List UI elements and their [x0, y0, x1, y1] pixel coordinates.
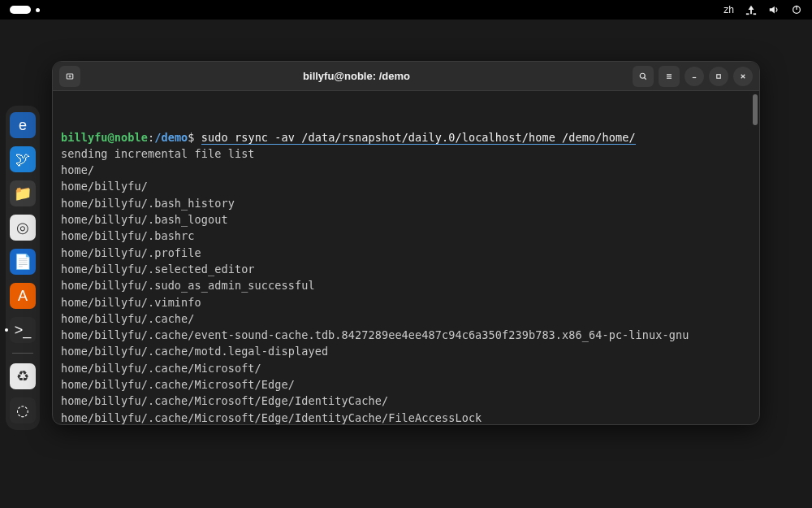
command-text: sudo rsync -av /data/rsnapshot/daily.0/l… — [201, 131, 636, 145]
output-line: home/billyfu/.cache/Microsoft/Edge/Ident… — [61, 393, 751, 409]
search-button[interactable] — [633, 66, 654, 87]
dock-icon-thunderbird[interactable]: 🕊 — [10, 146, 36, 172]
svg-point-7 — [640, 73, 645, 78]
network-icon[interactable] — [745, 4, 757, 15]
power-icon[interactable] — [791, 4, 802, 15]
scrollbar-thumb[interactable] — [753, 94, 758, 125]
minimize-button[interactable] — [685, 67, 704, 86]
new-tab-button[interactable] — [59, 66, 80, 87]
output-line: home/billyfu/.bashrc — [61, 228, 751, 244]
svg-rect-13 — [717, 74, 721, 78]
window-titlebar[interactable]: billyfu@noble: /demo — [53, 62, 759, 91]
output-line: home/billyfu/.selected_editor — [61, 261, 751, 277]
output-line: home/billyfu/.cache/Microsoft/Edge/Ident… — [61, 410, 751, 424]
svg-line-8 — [645, 77, 646, 79]
terminal-window: billyfu@noble: /demo billyfu@noble:/demo… — [52, 61, 760, 425]
prompt-colon: : — [148, 131, 154, 144]
activities-pill[interactable] — [10, 6, 31, 14]
terminal-body[interactable]: billyfu@noble:/demo$ sudo rsync -av /dat… — [53, 91, 759, 424]
output-line: home/billyfu/.cache/motd.legal-displayed — [61, 343, 751, 359]
output-line: sending incremental file list — [61, 145, 751, 162]
svg-rect-0 — [746, 13, 749, 15]
output-line: home/ — [61, 162, 751, 178]
window-title: billyfu@noble: /demo — [303, 70, 410, 82]
dock-icon-libreoffice[interactable]: 📄 — [10, 249, 36, 275]
top-bar-left — [10, 6, 40, 14]
close-button[interactable] — [733, 67, 753, 86]
output-line: home/billyfu/.profile — [61, 245, 751, 261]
dock: e🕊📁◎📄A>_♻◌ — [6, 106, 40, 430]
dock-icon-files[interactable]: 📁 — [10, 180, 36, 206]
dock-icon-trash[interactable]: ♻ — [10, 363, 36, 389]
dock-icon-rhythmbox[interactable]: ◎ — [10, 215, 36, 241]
output-line: home/billyfu/.bash_history — [61, 195, 751, 211]
maximize-button[interactable] — [709, 67, 728, 86]
input-language-indicator[interactable]: zh — [723, 4, 734, 15]
output-line: home/billyfu/ — [61, 178, 751, 194]
prompt-user: billyfu@noble — [61, 131, 148, 144]
output-line: home/billyfu/.cache/Microsoft/Edge/ — [61, 376, 751, 393]
top-bar-right: zh — [723, 4, 802, 15]
output-line: home/billyfu/.sudo_as_admin_successful — [61, 277, 751, 293]
prompt-dollar: $ — [188, 131, 201, 144]
prompt-path: /demo — [154, 131, 188, 144]
menu-button[interactable] — [659, 66, 680, 87]
output-line: home/billyfu/.cache/event-sound-cache.td… — [61, 327, 751, 343]
dock-icon-ubuntu[interactable]: ◌ — [10, 397, 36, 423]
dock-separator — [12, 353, 33, 354]
top-bar: zh — [0, 0, 812, 20]
svg-rect-1 — [754, 13, 757, 15]
output-line: home/billyfu/.cache/ — [61, 310, 751, 327]
output-line: home/billyfu/.viminfo — [61, 294, 751, 310]
prompt-line: billyfu@noble:/demo$ sudo rsync -av /dat… — [61, 129, 751, 145]
dock-icon-software[interactable]: A — [10, 283, 36, 309]
volume-icon[interactable] — [768, 4, 780, 15]
dock-icon-terminal[interactable]: >_ — [10, 317, 36, 343]
output-line: home/billyfu/.cache/Microsoft/ — [61, 360, 751, 376]
activities-dot — [36, 8, 40, 12]
output-line: home/billyfu/.bash_logout — [61, 211, 751, 228]
dock-icon-edge[interactable]: e — [10, 112, 36, 138]
